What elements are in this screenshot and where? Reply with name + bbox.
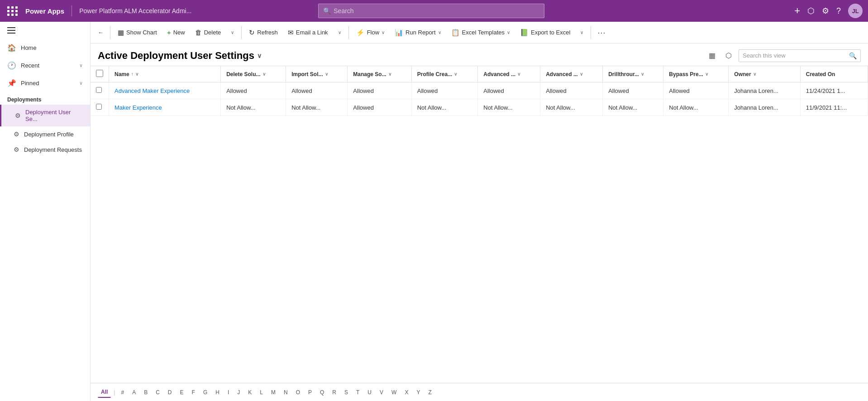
delete-button[interactable]: 🗑 Delete: [191, 26, 226, 39]
col-manage-so[interactable]: Manage So... ∨: [348, 66, 411, 82]
row-checkbox[interactable]: [96, 87, 102, 93]
col-created-on[interactable]: Created On: [800, 66, 868, 82]
row-checkbox-cell[interactable]: [91, 99, 109, 116]
sidebar-item-deployment-user-settings[interactable]: ⚙ Deployment User Se...: [0, 105, 90, 126]
settings-icon[interactable]: ⚙: [822, 6, 829, 16]
advanced1-filter-icon[interactable]: ∨: [517, 72, 520, 77]
pagination-item-z[interactable]: Z: [425, 387, 434, 397]
email-link-label: Email a Link: [296, 29, 328, 36]
delete-sol-filter-icon[interactable]: ∨: [262, 72, 266, 77]
search-view-input[interactable]: [743, 52, 846, 59]
pagination-item-l[interactable]: L: [257, 387, 266, 397]
advanced2-filter-icon[interactable]: ∨: [580, 72, 583, 77]
owner-filter-icon[interactable]: ∨: [753, 72, 756, 77]
pagination-item-p[interactable]: P: [305, 387, 315, 397]
col-name[interactable]: Name ↑ ∨: [109, 66, 221, 82]
pagination-item-a[interactable]: A: [129, 387, 139, 397]
content-area: ← ▦ Show Chart + New 🗑 Delete ∨ ↻ Refres…: [91, 22, 868, 401]
pagination-item-n[interactable]: N: [281, 387, 291, 397]
pagination-item-b[interactable]: B: [141, 387, 151, 397]
row-checkbox-cell[interactable]: [91, 82, 109, 99]
show-chart-button[interactable]: ▦ Show Chart: [113, 26, 162, 39]
pagination-item-r[interactable]: R: [329, 387, 339, 397]
global-search-input[interactable]: [334, 7, 539, 14]
nav-actions: + ⬡ ⚙ ? JL: [794, 4, 863, 18]
manage-so-filter-icon[interactable]: ∨: [388, 72, 391, 77]
chart-icon: ▦: [118, 29, 124, 37]
col-import-sol[interactable]: Import Sol... ∨: [286, 66, 348, 82]
delete-dropdown-button[interactable]: ∨: [226, 27, 238, 38]
sidebar-item-deployment-requests[interactable]: ⚙ Deployment Requests: [0, 142, 90, 157]
sidebar-item-recent[interactable]: 🕐 Recent ∨: [0, 57, 90, 74]
more-options-button[interactable]: ⋯: [594, 25, 609, 40]
cell-name[interactable]: Advanced Maker Experience: [109, 82, 221, 99]
select-all-checkbox[interactable]: [96, 70, 103, 77]
pagination-item-c[interactable]: C: [153, 387, 163, 397]
filter-icon[interactable]: ⬡: [807, 6, 815, 16]
profile-crea-filter-icon[interactable]: ∨: [454, 72, 457, 77]
import-sol-filter-icon[interactable]: ∨: [325, 72, 328, 77]
record-link[interactable]: Maker Experience: [114, 104, 162, 111]
col-bypass-pre[interactable]: Bypass Pre... ∨: [663, 66, 729, 82]
view-title-dropdown-icon[interactable]: ∨: [257, 52, 262, 59]
email-link-button[interactable]: ✉ Email a Link: [283, 26, 333, 39]
record-link[interactable]: Advanced Maker Experience: [114, 87, 190, 94]
pagination-item-x[interactable]: X: [401, 387, 411, 397]
name-sort-asc-icon: ↑: [131, 72, 134, 77]
col-delete-sol[interactable]: Delete Solu... ∨: [221, 66, 286, 82]
flow-button[interactable]: ⚡ Flow ∨: [352, 26, 389, 39]
row-checkbox[interactable]: [96, 104, 102, 110]
run-report-button[interactable]: 📊 Run Report ∨: [390, 26, 445, 39]
filter-view-button[interactable]: ⬡: [722, 49, 735, 62]
pagination-item-y[interactable]: Y: [413, 387, 423, 397]
col-owner[interactable]: Owner ∨: [729, 66, 800, 82]
email-dropdown-button[interactable]: ∨: [334, 27, 346, 38]
export-excel-icon: 📗: [520, 29, 529, 37]
sidebar-item-deployment-profile[interactable]: ⚙ Deployment Profile: [0, 126, 90, 142]
back-button[interactable]: ←: [94, 26, 107, 39]
help-icon[interactable]: ?: [836, 6, 841, 16]
pagination-item-all[interactable]: All: [98, 387, 111, 398]
pagination-item-i[interactable]: I: [224, 387, 232, 397]
pagination-item-u[interactable]: U: [364, 387, 375, 397]
user-avatar[interactable]: JL: [848, 4, 863, 18]
pagination-item-o[interactable]: O: [293, 387, 303, 397]
pagination-item-q[interactable]: Q: [317, 387, 327, 397]
refresh-button[interactable]: ↻ Refresh: [244, 26, 282, 39]
col-advanced1[interactable]: Advanced ... ∨: [478, 66, 540, 82]
pagination-item-h[interactable]: H: [212, 387, 223, 397]
pagination-item-hash[interactable]: #: [118, 387, 127, 397]
export-excel-button[interactable]: 📗 Export to Excel: [515, 26, 575, 39]
pagination-item-j[interactable]: J: [234, 387, 243, 397]
bypass-pre-filter-icon[interactable]: ∨: [705, 72, 708, 77]
select-all-col[interactable]: [91, 66, 109, 82]
excel-templates-button[interactable]: 📋 Excel Templates ∨: [447, 26, 515, 39]
export-dropdown-button[interactable]: ∨: [576, 27, 588, 38]
global-search-bar[interactable]: 🔍: [318, 4, 544, 18]
drillthrough-filter-icon[interactable]: ∨: [641, 72, 644, 77]
pagination-item-t[interactable]: T: [353, 387, 362, 397]
pagination-item-f[interactable]: F: [189, 387, 198, 397]
add-icon[interactable]: +: [794, 5, 800, 17]
search-view-bar[interactable]: 🔍: [739, 49, 861, 62]
col-drillthrough[interactable]: Drillthrouг... ∨: [603, 66, 663, 82]
pagination-item-w[interactable]: W: [388, 387, 400, 397]
sidebar-item-pinned[interactable]: 📌 Pinned ∨: [0, 74, 90, 92]
new-button[interactable]: + New: [162, 26, 190, 39]
cell-name[interactable]: Maker Experience: [109, 99, 221, 116]
sidebar-toggle[interactable]: [0, 22, 90, 39]
pagination-item-s[interactable]: S: [341, 387, 351, 397]
pagination-item-g[interactable]: G: [200, 387, 210, 397]
sidebar-item-home[interactable]: 🏠 Home: [0, 39, 90, 57]
col-profile-crea[interactable]: Profile Crea... ∨: [411, 66, 478, 82]
excel-templates-dropdown-arrow-icon: ∨: [507, 30, 510, 35]
pagination-item-d[interactable]: D: [165, 387, 175, 397]
grid-menu-icon[interactable]: [5, 4, 20, 18]
name-filter-icon[interactable]: ∨: [135, 72, 138, 77]
grid-view-button[interactable]: ▦: [706, 49, 719, 62]
col-advanced2[interactable]: Advanced ... ∨: [540, 66, 603, 82]
pagination-item-e[interactable]: E: [177, 387, 187, 397]
pagination-item-k[interactable]: K: [245, 387, 255, 397]
pagination-item-v[interactable]: V: [377, 387, 386, 397]
pagination-item-m[interactable]: M: [268, 387, 279, 397]
